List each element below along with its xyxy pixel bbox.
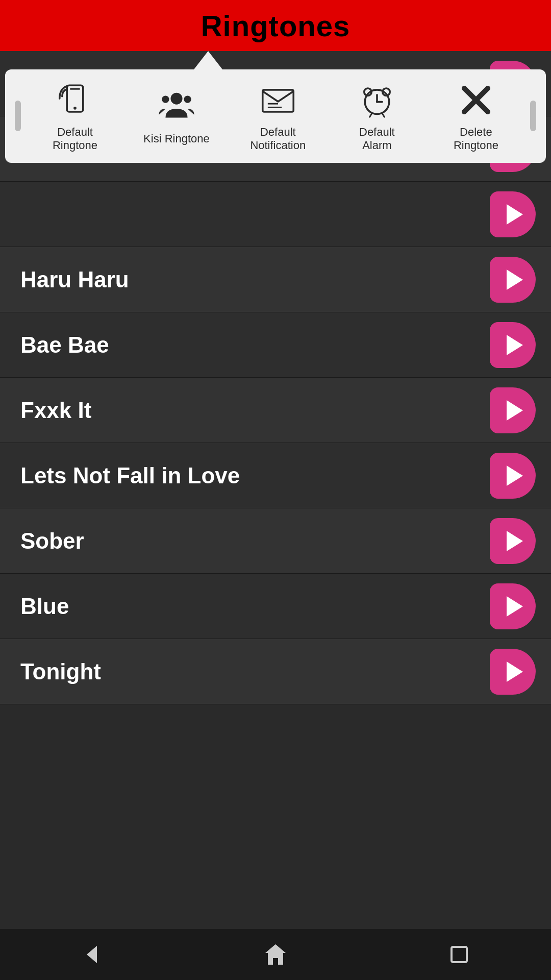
bottom-nav	[0, 929, 551, 980]
popup-item-default-alarm[interactable]: DefaultAlarm	[346, 80, 408, 153]
song-title: Bae Bae	[20, 332, 109, 358]
scroll-left-handle[interactable]	[10, 101, 26, 131]
page-title: Ringtones	[201, 9, 350, 43]
list-item: Lets Not Fall in Love	[0, 443, 551, 508]
recents-button[interactable]	[439, 934, 480, 975]
svg-rect-21	[452, 947, 467, 962]
song-title: Tonight	[20, 659, 101, 684]
list-item: Blue	[0, 574, 551, 639]
home-button[interactable]	[255, 934, 296, 975]
popup-item-label: Kisi Ringtone	[143, 132, 210, 145]
popup-items: DefaultRingtone Kisi Ringt	[26, 80, 525, 153]
popup-arrow	[194, 51, 222, 69]
popup-item-label: DeleteRingtone	[454, 126, 498, 153]
context-menu-popup: DefaultRingtone Kisi Ringt	[0, 51, 551, 163]
song-title: Blue	[20, 594, 69, 619]
play-button[interactable]	[490, 257, 536, 303]
svg-marker-20	[265, 944, 286, 965]
phone-icon	[55, 80, 95, 120]
svg-point-3	[170, 93, 182, 105]
close-icon	[456, 80, 496, 120]
play-button[interactable]	[490, 649, 536, 695]
play-button[interactable]	[490, 387, 536, 433]
svg-point-14	[376, 101, 378, 103]
song-title: Sober	[20, 528, 84, 554]
scroll-right-handle[interactable]	[525, 101, 541, 131]
popup-item-delete-ringtone[interactable]: DeleteRingtone	[445, 80, 507, 153]
play-button[interactable]	[490, 518, 536, 564]
popup-item-default-notification[interactable]: DefaultNotification	[247, 80, 309, 153]
play-button[interactable]	[490, 191, 536, 237]
list-item: Haru Haru	[0, 247, 551, 312]
play-button[interactable]	[490, 583, 536, 629]
popup-item-label: DefaultNotification	[250, 126, 306, 153]
list-item	[0, 182, 551, 247]
svg-point-4	[162, 96, 169, 103]
popup-item-kisi-ringtone[interactable]: Kisi Ringtone	[143, 86, 210, 145]
song-title: Fxxk It	[20, 398, 91, 423]
svg-marker-19	[87, 946, 97, 963]
app-header: Ringtones	[0, 0, 551, 51]
svg-point-2	[73, 107, 77, 110]
alarm-clock-icon	[357, 80, 397, 120]
svg-point-5	[184, 96, 191, 103]
popup-box: DefaultRingtone Kisi Ringt	[5, 69, 546, 163]
svg-line-16	[383, 114, 385, 117]
person-group-icon	[156, 86, 197, 127]
popup-item-label: DefaultAlarm	[359, 126, 395, 153]
song-title: Lets Not Fall in Love	[20, 463, 240, 488]
svg-rect-1	[70, 88, 80, 90]
popup-item-label: DefaultRingtone	[53, 126, 97, 153]
popup-item-default-ringtone[interactable]: DefaultRingtone	[44, 80, 106, 153]
svg-line-15	[369, 114, 371, 117]
list-item: Sober	[0, 508, 551, 574]
envelope-icon	[258, 80, 298, 120]
back-button[interactable]	[71, 934, 112, 975]
list-item: Fxxk It	[0, 378, 551, 443]
song-title: Haru Haru	[20, 267, 129, 292]
list-item: Tonight	[0, 639, 551, 704]
play-button[interactable]	[490, 322, 536, 368]
list-item: Bae Bae	[0, 312, 551, 378]
play-button[interactable]	[490, 453, 536, 499]
